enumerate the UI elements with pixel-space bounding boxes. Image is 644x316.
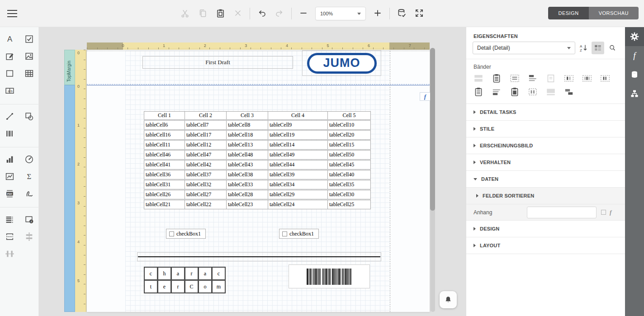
comb-cell[interactable]: e — [158, 280, 171, 293]
tool-table[interactable] — [22, 66, 37, 83]
band-detail-band-button[interactable] — [545, 73, 557, 84]
table-header-cell[interactable]: Cell 5 — [328, 112, 370, 119]
tool-line[interactable] — [2, 108, 18, 126]
tool-horizontal-spacer[interactable] — [2, 246, 18, 263]
report-table[interactable]: Cell 1Cell 2Cell 3Cell 4Cell 5tableCell6… — [144, 111, 371, 209]
table-cell[interactable]: tableCell7 — [185, 121, 227, 129]
tool-info-panel[interactable]: i — [22, 212, 37, 229]
table-cell[interactable]: tableCell22 — [185, 200, 227, 209]
band-report-footer-band-button[interactable] — [509, 86, 521, 97]
table-cell[interactable]: tableCell9 — [268, 121, 328, 129]
table-header-cell[interactable]: Cell 1 — [144, 112, 185, 119]
cut-button[interactable] — [179, 8, 191, 19]
table-cell[interactable]: tableCell14 — [268, 141, 328, 149]
section-layout[interactable]: LAYOUT — [466, 237, 625, 254]
table-cell[interactable]: tableCell38 — [227, 170, 268, 179]
table-cell[interactable]: tableCell23 — [227, 200, 268, 209]
section-felder-sortieren[interactable]: FELDER SORTIEREN — [466, 188, 625, 204]
comb-cell[interactable]: c — [144, 267, 157, 280]
table-cell[interactable]: tableCell15 — [328, 141, 370, 149]
checkbox-control-right[interactable]: checkBox1 — [279, 229, 319, 239]
section-design[interactable]: DESIGN — [466, 221, 625, 237]
zoom-out-button[interactable] — [298, 8, 309, 19]
section-erscheinungsbild[interactable]: ERSCHEINUNGSBILD — [466, 137, 625, 154]
table-cell[interactable]: tableCell25 — [328, 200, 370, 209]
comb-cell[interactable]: r — [185, 267, 198, 280]
table-cell[interactable]: tableCell46 — [144, 151, 185, 159]
table-cell[interactable]: tableCell41 — [144, 160, 185, 169]
anhang-expression-icon[interactable]: f — [610, 209, 611, 216]
table-cell[interactable]: tableCell6 — [144, 121, 185, 129]
section-daten[interactable]: DATEN — [466, 171, 625, 188]
anhang-checkbox-icon[interactable] — [601, 210, 606, 215]
validate-button[interactable] — [396, 8, 407, 19]
tool-pdf-content[interactable]: PDF — [2, 186, 18, 203]
section-detail-tasks[interactable]: DETAIL TASKS — [466, 104, 625, 121]
section-stile[interactable]: STILE — [466, 121, 625, 137]
character-comb-control[interactable]: characterCom — [144, 267, 226, 293]
table-cell[interactable]: tableCell43 — [227, 160, 268, 169]
band-column-footer-band-button[interactable] — [527, 86, 539, 97]
table-cell[interactable]: tableCell47 — [185, 151, 227, 159]
search-properties-button[interactable] — [606, 42, 619, 54]
table-cell[interactable]: tableCell31 — [144, 180, 185, 189]
band-detail-report-band-button[interactable] — [563, 73, 575, 84]
table-cell[interactable]: tableCell8 — [227, 121, 268, 129]
table-cell[interactable]: tableCell13 — [227, 141, 268, 149]
table-cell[interactable]: tableCell24 — [268, 200, 328, 209]
table-cell[interactable]: tableCell44 — [268, 160, 328, 169]
table-cell[interactable]: tableCell21 — [144, 200, 185, 209]
table-cell[interactable]: tableCell11 — [144, 141, 185, 149]
preview-tab-button[interactable]: VORSCHAU — [589, 7, 639, 19]
tool-rich-text[interactable] — [2, 48, 18, 66]
tool-barcode[interactable] — [2, 126, 18, 143]
table-cell[interactable]: tableCell36 — [144, 170, 185, 179]
table-cell[interactable]: tableCell27 — [185, 190, 227, 199]
rail-data-sources-tab[interactable] — [625, 65, 644, 84]
notifications-button[interactable] — [440, 291, 457, 308]
top-margin-band-strip[interactable]: TopMargin — [64, 50, 75, 85]
rail-expressions-tab[interactable]: f — [625, 46, 644, 65]
undo-button[interactable] — [256, 8, 268, 19]
table-cell[interactable]: tableCell26 — [144, 190, 185, 199]
table-cell[interactable]: tableCell28 — [227, 190, 268, 199]
redo-button[interactable] — [274, 8, 285, 19]
tool-signature[interactable] — [22, 186, 37, 203]
band-detail-report-band-alt-button[interactable] — [581, 73, 593, 84]
comb-cell[interactable]: h — [158, 267, 171, 280]
detail-band-strip[interactable] — [64, 85, 75, 312]
table-cell[interactable]: tableCell40 — [328, 170, 370, 179]
tool-vertical-spacer[interactable] — [22, 229, 37, 246]
table-cell[interactable]: tableCell29 — [268, 190, 328, 199]
tool-sparkline[interactable] — [2, 169, 18, 186]
fullscreen-button[interactable] — [413, 8, 425, 19]
copy-button[interactable] — [197, 8, 208, 19]
band-group-header-band-button[interactable] — [527, 73, 539, 84]
table-header-cell[interactable]: Cell 3 — [227, 112, 268, 119]
menu-button[interactable] — [7, 7, 21, 20]
table-cell[interactable]: tableCell35 — [328, 180, 370, 189]
table-cell[interactable]: tableCell39 — [268, 170, 328, 179]
table-cell[interactable]: tableCell16 — [144, 131, 185, 139]
logo-picture-box[interactable]: JUMO — [302, 50, 381, 76]
comb-cell[interactable]: t — [144, 280, 157, 293]
design-tab-button[interactable]: DESIGN — [548, 7, 588, 19]
band-page-footer-band-button[interactable] — [473, 86, 484, 97]
paste-button[interactable] — [214, 8, 226, 19]
report-title-label[interactable]: First Draft — [142, 56, 293, 69]
comb-cell[interactable]: r — [171, 280, 185, 293]
table-cell[interactable]: tableCell32 — [185, 180, 227, 189]
table-cell[interactable]: tableCell18 — [227, 131, 268, 139]
table-cell[interactable]: tableCell30 — [328, 190, 370, 199]
report-page[interactable]: First Draft JUMO f Cell 1Cell 2Cell 3Cel… — [87, 50, 430, 312]
table-cell[interactable]: tableCell12 — [185, 141, 227, 149]
comb-cell[interactable]: a — [199, 267, 212, 280]
table-cell[interactable]: tableCell33 — [227, 180, 268, 189]
tool-chart[interactable] — [2, 151, 18, 169]
tool-page-break[interactable] — [2, 229, 18, 246]
comb-cell[interactable]: C — [185, 280, 198, 293]
table-cell[interactable]: tableCell37 — [185, 170, 227, 179]
table-cell[interactable]: tableCell45 — [328, 160, 370, 169]
table-cell[interactable]: tableCell50 — [328, 151, 370, 159]
canvas-scrollbar-thumb[interactable] — [430, 48, 435, 211]
